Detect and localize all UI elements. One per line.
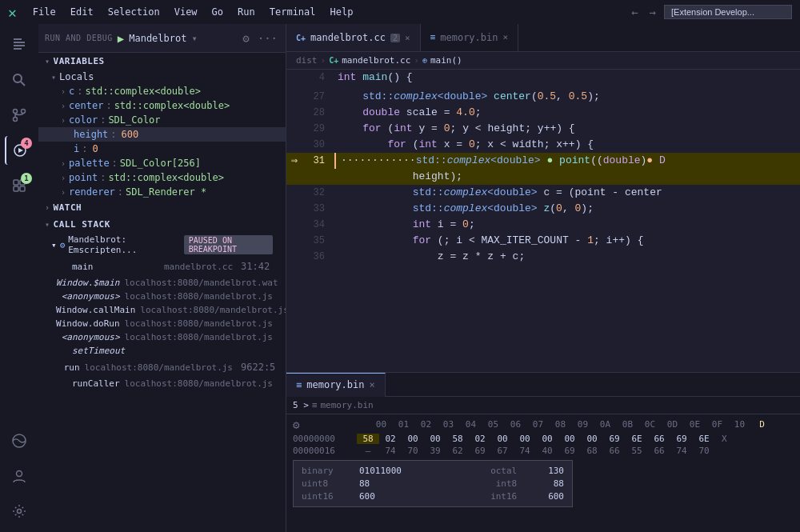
mem-byte-00-2[interactable]: 00 xyxy=(402,434,424,444)
callstack-frame-callmain[interactable]: Window.callMain localhost:8080/mandelbro… xyxy=(38,303,286,317)
frame-callmain-func: Window.callMain xyxy=(56,305,135,315)
tab-mandelbrot-close[interactable]: × xyxy=(405,33,410,43)
var-c[interactable]: › c : std::complex<double> xyxy=(38,84,286,98)
mem-byte-00-5[interactable]: 02 xyxy=(469,434,491,444)
tab-mandelbrot[interactable]: C+ mandelbrot.cc 2 × xyxy=(286,24,421,51)
menu-go[interactable]: Go xyxy=(206,5,230,19)
menu-file[interactable]: File xyxy=(26,5,62,19)
mem-byte-00-7[interactable]: 00 xyxy=(514,434,536,444)
source-control-activity-icon[interactable] xyxy=(5,101,34,130)
frame-run-file: localhost:8080/mandelbrot.js xyxy=(85,362,233,373)
menu-view[interactable]: View xyxy=(168,5,204,19)
var-c-name: c xyxy=(69,86,74,97)
callstack-frame-run[interactable]: run localhost:8080/mandelbrot.js 9622:5 xyxy=(38,358,286,377)
debug-more-button[interactable]: ··· xyxy=(256,30,279,46)
mem-byte-00-3[interactable]: 00 xyxy=(424,434,446,444)
var-height[interactable]: height : 600 ⧉ xyxy=(38,127,286,142)
svg-rect-2 xyxy=(14,45,25,46)
inspector-row-binary: binary 01011000 octal 130 xyxy=(302,466,564,476)
line-31-arrow: ⇒ xyxy=(286,153,302,169)
var-center[interactable]: › center : std::complex<double> xyxy=(38,98,286,113)
debug-activity-icon[interactable]: 4 xyxy=(5,136,34,165)
inspector-int8-value: 88 xyxy=(554,478,564,489)
var-point[interactable]: › point : std::complex<double> xyxy=(38,170,286,185)
bottom-tab-memory[interactable]: ≡ memory.bin × xyxy=(286,373,386,397)
line-36-content: z = z * z + c; xyxy=(334,249,800,265)
mem-byte-00-e[interactable]: 69 xyxy=(670,434,693,444)
account-activity-icon[interactable] xyxy=(5,462,34,490)
line-4-num: 4 xyxy=(302,70,334,86)
bottom-tab-bar: ≡ memory.bin × xyxy=(286,373,800,397)
memory-settings-icon[interactable]: ⚙ xyxy=(293,418,299,431)
mem-hdr-08: 08 xyxy=(549,419,571,430)
data-inspector: binary 01011000 octal 130 uint8 88 int8 xyxy=(293,460,573,507)
var-renderer-arrow: › xyxy=(61,188,66,197)
debug-settings-button[interactable]: ⚙ xyxy=(241,30,250,46)
mem-byte-00-f[interactable]: 6E xyxy=(693,434,715,444)
mem-byte-00-d[interactable]: 66 xyxy=(648,434,670,444)
tab-memory[interactable]: ≡ memory.bin × xyxy=(421,24,519,51)
mem-byte-00-8[interactable]: 00 xyxy=(536,434,558,444)
play-button[interactable]: ▶ xyxy=(118,32,124,45)
callstack-header[interactable]: ▾ CALL STACK xyxy=(38,216,286,233)
menu-terminal[interactable]: Terminal xyxy=(263,5,322,19)
menu-edit[interactable]: Edit xyxy=(64,5,100,19)
bottom-tab-memory-close[interactable]: × xyxy=(369,379,374,390)
variables-label: VARIABLES xyxy=(54,56,105,66)
explorer-activity-icon[interactable] xyxy=(5,30,34,59)
search-activity-icon[interactable] xyxy=(5,66,34,94)
callstack-frame-settimeout[interactable]: setTimeout xyxy=(38,344,286,358)
callstack-frame-main[interactable]: main mandelbrot.cc 31:42 xyxy=(38,257,286,276)
callstack-frame-windowmain[interactable]: Window.$main localhost:8080/mandelbrot.w… xyxy=(38,276,286,290)
menu-selection[interactable]: Selection xyxy=(102,5,166,19)
breadcrumb-dist[interactable]: dist xyxy=(296,55,318,66)
svg-line-5 xyxy=(21,82,25,86)
nav-back-button[interactable]: ← xyxy=(628,4,641,20)
inspector-int8-label: int8 xyxy=(496,478,544,489)
callstack-frame-anon1[interactable]: <anonymous> localhost:8080/mandelbrot.js xyxy=(38,290,286,303)
mem-hdr-0c: 0C xyxy=(638,419,661,430)
mem-byte-00-6[interactable]: 00 xyxy=(491,434,514,444)
var-renderer[interactable]: › renderer : SDL_Renderer * xyxy=(38,185,286,199)
code-editor[interactable]: 4 int main() { 27 std::complex<double> c… xyxy=(286,70,800,372)
mem-byte-00-9[interactable]: 00 xyxy=(558,434,581,444)
search-input[interactable] xyxy=(664,5,792,19)
callstack-thread[interactable]: ▾ ⚙ Mandelbrot: Emscripten... PAUSED ON … xyxy=(38,233,286,257)
callstack-frame-runcaller[interactable]: runCaller localhost:8080/mandelbrot.js xyxy=(38,377,286,390)
mem-byte-00-1[interactable]: 02 xyxy=(379,434,402,444)
debug-config-dropdown[interactable]: ▾ xyxy=(191,33,197,44)
watch-header[interactable]: › WATCH xyxy=(38,199,286,216)
mem-byte-00-0[interactable]: 58 xyxy=(357,434,379,444)
extensions-activity-icon[interactable]: 1 xyxy=(5,171,34,200)
line-35-content: for (; i < MAX_ITER_COUNT - 1; i++) { xyxy=(334,233,800,249)
var-i[interactable]: i : 0 xyxy=(38,142,286,156)
line-29-num: 29 xyxy=(302,121,334,137)
inspector-uint8-value: 88 xyxy=(359,478,370,489)
var-center-arrow: › xyxy=(61,102,66,110)
menu-run[interactable]: Run xyxy=(231,5,262,19)
svg-point-17 xyxy=(18,510,22,514)
breadcrumb-func-icon: ⊕ xyxy=(422,56,427,65)
settings-activity-icon[interactable] xyxy=(5,497,34,526)
locals-header[interactable]: ▾ Locals xyxy=(38,70,286,84)
tab-memory-close[interactable]: × xyxy=(503,32,509,42)
memory-row-0: 00000000 58 02 00 00 58 02 00 00 00 00 0… xyxy=(293,433,794,445)
nav-forward-button[interactable]: → xyxy=(646,4,659,20)
mem-hdr-0d: 0D xyxy=(661,419,683,430)
callstack-frame-dorun[interactable]: Window.doRun localhost:8080/mandelbrot.j… xyxy=(38,317,286,330)
breadcrumb-file[interactable]: mandelbrot.cc xyxy=(342,55,410,66)
menu-help[interactable]: Help xyxy=(324,5,360,19)
mem-byte-00-4[interactable]: 58 xyxy=(446,434,469,444)
mem-byte-00-a[interactable]: 00 xyxy=(581,434,603,444)
breadcrumb-func[interactable]: main() xyxy=(430,55,462,66)
extensions-badge: 1 xyxy=(21,173,32,184)
variables-header[interactable]: ▾ VARIABLES xyxy=(38,53,286,70)
var-palette[interactable]: › palette : SDL_Color[256] xyxy=(38,156,286,170)
var-color[interactable]: › color : SDL_Color xyxy=(38,113,286,127)
code-line-27: 27 std::complex<double> center(0.5, 0.5)… xyxy=(286,89,800,105)
mem-byte-00-b[interactable]: 69 xyxy=(603,434,626,444)
svg-rect-11 xyxy=(14,180,18,185)
mem-byte-00-c[interactable]: 6E xyxy=(626,434,648,444)
callstack-frame-anon2[interactable]: <anonymous> localhost:8080/mandelbrot.js xyxy=(38,330,286,344)
git-activity-icon[interactable] xyxy=(5,426,34,455)
